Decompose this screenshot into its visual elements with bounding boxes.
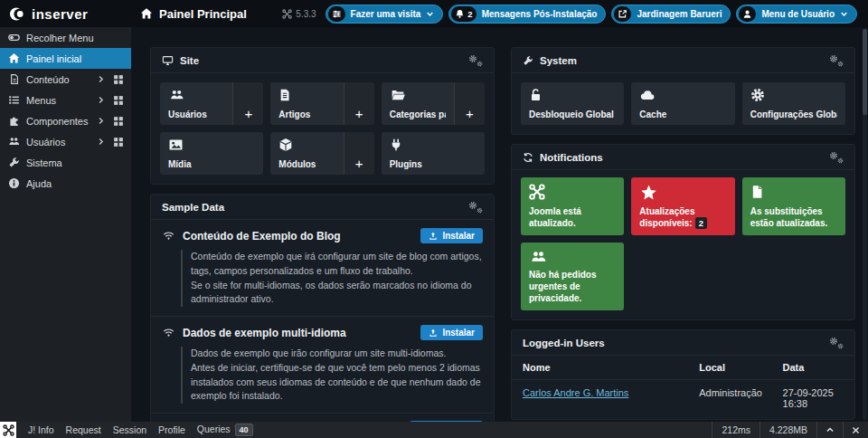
user-menu-button[interactable]: Menu de Usuário [736,5,857,24]
sample-data-item: Dados de exemplo multi-idioma Instalar D… [151,317,494,414]
chevron-right-icon [97,117,105,125]
gear-icon [750,88,837,102]
users-icon [529,249,616,265]
sidebar-item-content[interactable]: Conteúdo [0,69,131,90]
chevron-right-icon [97,75,105,83]
sample-data-description: Conteúdo de exemplo que irá configurar u… [181,250,483,307]
debug-tab-request[interactable]: Request [66,424,101,435]
cube-icon [278,138,335,152]
puzzle-icon [8,115,20,127]
sidebar-item-menus[interactable]: Menus [0,90,131,110]
memory-usage: 4.228MB [760,422,816,438]
sidebar-item-home-dashboard[interactable]: Painel inicial [0,48,131,69]
notification-overrides-updated[interactable]: As substituições estão atualizadas. [742,177,845,235]
chevron-right-icon [97,96,105,104]
page-title: Painel Principal [140,7,247,21]
table-header: Nome Local Data [512,356,854,380]
quick-tile-articles[interactable]: Artigos + [270,82,373,125]
monitor-icon [162,55,174,66]
logo-icon [9,5,26,23]
updates-count-badge: 2 [695,217,707,229]
home-icon [8,52,20,64]
scrollbar-track[interactable] [863,29,867,420]
list-icon [8,94,20,106]
grid-icon[interactable] [113,95,124,106]
queries-count-badge: 40 [235,424,253,436]
logged-in-user-link[interactable]: Carlos Andre G. Martins [523,387,628,398]
system-card: System Desbloqueio Global [511,47,855,135]
external-link-icon [614,6,631,22]
home-icon [140,7,153,20]
quick-tile-users[interactable]: Usuários + [160,82,263,125]
scrollbar-thumb[interactable] [863,29,867,115]
joomla-debug-icon[interactable] [0,422,16,438]
add-article-button[interactable]: + [344,82,374,125]
cogs-icon[interactable] [829,337,844,348]
quick-tile-modules[interactable]: Módulos + [270,132,373,175]
brand-logo[interactable]: inserver [0,5,131,23]
sample-data-description: Dados de exemplo que irão configurar um … [181,347,483,404]
quick-tile-global-configuration[interactable]: Configurações Globais [742,82,845,125]
chevron-down-icon [840,10,848,18]
notification-privacy-requests[interactable]: Não há pedidos urgentes de privacidade. [521,243,624,310]
notification-updates-available[interactable]: Atualizações disponíveis:2 [631,177,734,235]
sidebar-item-system[interactable]: Sistema [0,152,131,173]
card-title: Logged-in Users [523,338,605,348]
quick-tile-media[interactable]: Mídia [160,132,263,175]
cogs-icon[interactable] [829,54,844,66]
debug-tab-info[interactable]: J! Info [28,424,54,435]
quick-tile-plugins[interactable]: Plugins [382,132,485,175]
local-cell: Administração [699,387,782,409]
topbar-actions: Fazer uma visita 2 Mensagens Pós-Instala… [326,5,857,24]
quick-tile-cache[interactable]: Cache [631,82,734,125]
file-icon [750,184,837,200]
sidebar-item-collapse-menu[interactable]: Recolher Menu [0,27,131,48]
add-module-button[interactable]: + [344,132,374,175]
topbar: inserver Painel Principal 5.3.3 Fazer [0,0,868,27]
date-cell: 27-09-202516:38 [783,387,844,409]
grid-icon[interactable] [113,137,124,148]
debug-tab-profile[interactable]: Profile [158,424,185,435]
quick-tile-global-checkin[interactable]: Desbloqueio Global [521,82,624,125]
notification-joomla-updated[interactable]: Joomla está atualizado. [521,177,624,235]
sidebar-item-users[interactable]: Usuários [0,131,131,152]
sync-icon [523,152,533,163]
sidebar-item-components[interactable]: Componentes [0,110,131,131]
info-icon [8,177,20,189]
cogs-icon[interactable] [829,151,844,163]
sidebar-item-help[interactable]: Ajuda [0,173,131,194]
tour-icon [328,6,345,22]
sample-data-item: Conteúdo de Exemplo do Blog Instalar Con… [151,220,494,317]
install-multilang-sample-button[interactable]: Instalar [420,325,483,340]
plug-icon [390,138,476,152]
unlock-icon [529,88,616,102]
close-icon[interactable] [843,422,868,438]
logo-text: inserver [32,6,88,22]
wifi-icon [162,327,175,338]
debug-tab-queries[interactable]: Queries40 [197,424,253,436]
preview-site-button[interactable]: Jardinagem Barueri [611,5,731,24]
logged-in-users-card: Logged-in Users Nome Local Data Carlos A… [511,329,855,420]
image-icon [168,138,255,152]
wifi-icon [162,230,175,242]
user-icon [739,6,756,22]
take-tour-button[interactable]: Fazer uma visita [326,5,444,24]
install-blog-sample-button[interactable]: Instalar [420,228,483,243]
add-user-button[interactable]: + [232,82,263,125]
post-install-messages-button[interactable]: 2 Mensagens Pós-Instalação [448,5,606,24]
grid-icon[interactable] [113,74,124,85]
table-row: Carlos Andre G. Martins Administração 27… [512,380,854,419]
cloud-icon [639,88,726,102]
cogs-icon[interactable] [468,201,483,213]
bell-icon: 2 [451,6,476,22]
add-category-button[interactable]: + [454,82,485,125]
cogs-icon[interactable] [468,54,483,66]
grid-icon[interactable] [113,116,124,127]
card-title: Site [180,55,199,66]
joomla-icon [282,9,292,19]
debug-tab-session[interactable]: Session [113,424,146,435]
chevron-down-icon [426,10,434,18]
quick-tile-article-categories[interactable]: Categorias para artigos + [382,82,485,125]
users-icon [168,88,224,102]
chevron-up-icon[interactable] [816,422,843,438]
